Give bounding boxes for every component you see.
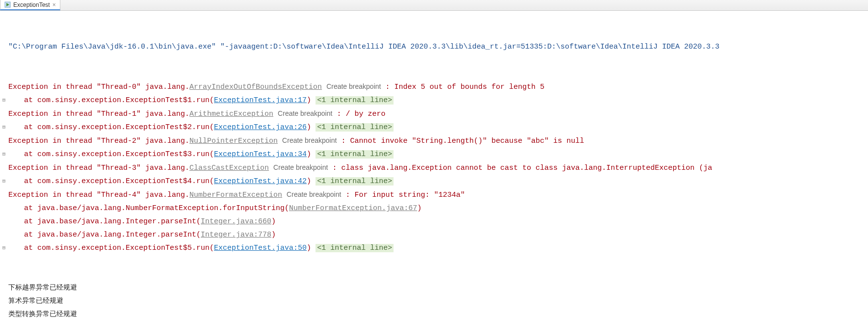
source-link[interactable]: ExceptionTest.java:17: [214, 96, 307, 105]
stack-frame: at java.base/java.lang.Integer.parseInt(…: [0, 228, 868, 241]
frame-suffix: ): [417, 204, 421, 213]
internal-line-badge[interactable]: <1 internal line>: [316, 123, 394, 132]
create-breakpoint-link[interactable]: Create breakpoint: [326, 82, 381, 90]
source-link[interactable]: ExceptionTest.java:26: [214, 123, 307, 132]
stack-frame: at java.base/java.lang.NumberFormatExcep…: [0, 202, 868, 215]
command-line: "C:\Program Files\Java\jdk-16.0.1\bin\ja…: [0, 40, 868, 53]
exception-message: : For input string: "1234a": [341, 191, 465, 199]
source-link[interactable]: ExceptionTest.java:42: [214, 177, 307, 186]
tab-bar: ExceptionTest ×: [0, 0, 868, 11]
exception-prefix: Exception in thread "Thread-0" java.lang…: [8, 83, 189, 91]
frame-suffix: ): [307, 96, 311, 105]
frame-suffix: ): [271, 217, 276, 226]
frame-suffix: ): [271, 231, 276, 239]
close-icon[interactable]: ×: [53, 1, 56, 8]
stack-frame: ⊞at com.sinsy.exception.ExceptionTest$5.…: [0, 241, 868, 255]
stack-frame: ⊞at com.sinsy.exception.ExceptionTest$3.…: [0, 148, 868, 161]
exception-header: Exception in thread "Thread-1" java.lang…: [0, 107, 868, 121]
stack-frame: at java.base/java.lang.Integer.parseInt(…: [0, 215, 868, 228]
exception-header: Exception in thread "Thread-3" java.lang…: [0, 161, 868, 175]
exception-prefix: Exception in thread "Thread-3" java.lang…: [8, 164, 189, 172]
frame-prefix: at com.sinsy.exception.ExceptionTest$1.r…: [24, 96, 214, 105]
exception-header: Exception in thread "Thread-0" java.lang…: [0, 80, 868, 94]
frame-prefix: at com.sinsy.exception.ExceptionTest$2.r…: [24, 123, 214, 132]
exception-message: : / by zero: [332, 110, 385, 118]
expand-icon[interactable]: ⊞: [1, 175, 7, 188]
exception-header: Exception in thread "Thread-2" java.lang…: [0, 134, 868, 148]
source-link[interactable]: NumberFormatException.java:67: [289, 204, 417, 213]
expand-icon[interactable]: ⊞: [1, 94, 7, 107]
exception-prefix: Exception in thread "Thread-2" java.lang…: [8, 137, 189, 145]
exception-type-link[interactable]: NumberFormatException: [189, 191, 282, 199]
source-link[interactable]: ExceptionTest.java:34: [214, 150, 307, 159]
run-tab-icon: [4, 1, 11, 8]
output-message: 下标越界异常已经规避: [0, 281, 868, 294]
internal-line-badge[interactable]: <1 internal line>: [316, 244, 394, 252]
source-link[interactable]: Integer.java:660: [201, 217, 271, 226]
internal-line-badge[interactable]: <1 internal line>: [316, 177, 394, 186]
create-breakpoint-link[interactable]: Create breakpoint: [287, 190, 341, 198]
exception-message: : class java.lang.Exception cannot be ca…: [328, 164, 712, 172]
output-message: 算术异常已经规避: [0, 294, 868, 308]
console-output: "C:\Program Files\Java\jdk-16.0.1\bin\ja…: [0, 11, 868, 319]
exception-type-link[interactable]: NullPointerException: [189, 137, 278, 145]
frame-prefix: at java.base/java.lang.Integer.parseInt(: [24, 217, 201, 226]
tab-exceptiontest[interactable]: ExceptionTest ×: [0, 0, 60, 10]
java-command: "C:\Program Files\Java\jdk-16.0.1\bin\ja…: [8, 43, 719, 51]
source-link[interactable]: Integer.java:778: [201, 231, 271, 239]
frame-prefix: at java.base/java.lang.Integer.parseInt(: [24, 231, 201, 239]
stack-frame: ⊞at com.sinsy.exception.ExceptionTest$2.…: [0, 121, 868, 134]
expand-icon[interactable]: ⊞: [1, 148, 7, 161]
frame-suffix: ): [307, 177, 311, 186]
frame-suffix: ): [307, 150, 311, 159]
frame-prefix: at com.sinsy.exception.ExceptionTest$5.r…: [24, 244, 214, 252]
exception-type-link[interactable]: ArrayIndexOutOfBoundsException: [189, 83, 322, 91]
frame-prefix: at java.base/java.lang.NumberFormatExcep…: [24, 204, 289, 213]
create-breakpoint-link[interactable]: Create breakpoint: [273, 163, 328, 171]
frame-prefix: at com.sinsy.exception.ExceptionTest$3.r…: [24, 150, 214, 159]
expand-icon[interactable]: ⊞: [1, 121, 7, 134]
exception-message: : Index 5 out of bounds for length 5: [381, 83, 544, 91]
stack-frame: ⊞at com.sinsy.exception.ExceptionTest$4.…: [0, 175, 868, 188]
frame-prefix: at com.sinsy.exception.ExceptionTest$4.r…: [24, 177, 214, 186]
exception-prefix: Exception in thread "Thread-4" java.lang…: [8, 191, 189, 199]
create-breakpoint-link[interactable]: Create breakpoint: [282, 136, 337, 144]
exception-type-link[interactable]: ArithmeticException: [189, 110, 273, 118]
expand-icon[interactable]: ⊞: [1, 241, 7, 255]
tab-label: ExceptionTest: [13, 1, 50, 8]
exception-header: Exception in thread "Thread-4" java.lang…: [0, 188, 868, 202]
frame-suffix: ): [307, 123, 311, 132]
internal-line-badge[interactable]: <1 internal line>: [316, 150, 394, 159]
internal-line-badge[interactable]: <1 internal line>: [316, 96, 394, 105]
output-message: 类型转换异常已经规避: [0, 308, 868, 319]
create-breakpoint-link[interactable]: Create breakpoint: [278, 109, 332, 117]
frame-suffix: ): [307, 244, 311, 252]
exception-prefix: Exception in thread "Thread-1" java.lang…: [8, 110, 189, 118]
exception-message: : Cannot invoke "String.length()" becaus…: [337, 137, 584, 145]
stack-frame: ⊞at com.sinsy.exception.ExceptionTest$1.…: [0, 94, 868, 107]
source-link[interactable]: ExceptionTest.java:50: [214, 244, 307, 252]
exception-type-link[interactable]: ClassCastException: [189, 164, 269, 172]
